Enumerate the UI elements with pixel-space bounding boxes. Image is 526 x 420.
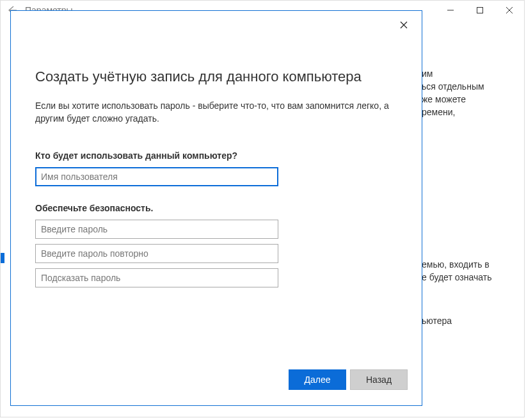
minimize-button[interactable] bbox=[436, 1, 465, 20]
section-user-label: Кто будет использовать данный компьютер? bbox=[35, 150, 397, 161]
svg-rect-0 bbox=[477, 8, 483, 13]
next-button[interactable]: Далее bbox=[289, 369, 346, 390]
password-hint-input[interactable] bbox=[35, 268, 278, 287]
bg-fragment: ься отдельным bbox=[422, 80, 511, 93]
close-window-button[interactable] bbox=[495, 1, 524, 20]
dialog-heading: Создать учётную запись для данного компь… bbox=[35, 69, 397, 85]
bg-fragment: емью, входить в bbox=[422, 258, 511, 271]
password-input[interactable] bbox=[35, 220, 278, 239]
maximize-button[interactable] bbox=[465, 1, 495, 20]
close-dialog-button[interactable] bbox=[396, 19, 411, 31]
bg-fragment: же можете bbox=[422, 93, 511, 106]
password-confirm-input[interactable] bbox=[35, 244, 278, 263]
back-button[interactable]: Назад bbox=[350, 369, 408, 390]
username-input[interactable] bbox=[35, 167, 278, 186]
window-controls bbox=[436, 1, 524, 20]
bg-fragment: ремени, bbox=[422, 106, 511, 118]
dialog-intro: Если вы хотите использовать пароль - выб… bbox=[35, 99, 397, 125]
section-security-label: Обеспечьте безопасность. bbox=[35, 203, 397, 213]
sidebar-selection-indicator bbox=[1, 253, 4, 263]
background-text-fragments: им ься отдельным же можете ремени, емью,… bbox=[422, 67, 511, 327]
bg-fragment: им bbox=[422, 67, 511, 80]
bg-fragment: ьютера bbox=[422, 314, 511, 327]
bg-fragment: е будет означать bbox=[422, 271, 511, 284]
create-account-dialog: Создать учётную запись для данного компь… bbox=[10, 10, 422, 406]
